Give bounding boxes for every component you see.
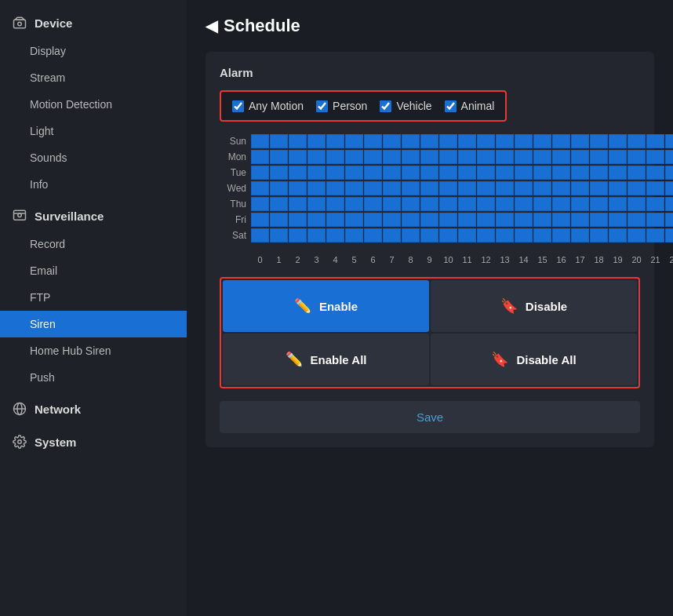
cell-tue-0[interactable] <box>251 166 269 180</box>
sidebar-item-record[interactable]: Record <box>0 231 187 257</box>
cell-tue-12[interactable] <box>477 166 495 180</box>
checkbox-animal[interactable]: Animal <box>445 100 495 112</box>
cell-tue-14[interactable] <box>515 166 533 180</box>
cell-sat-0[interactable] <box>251 228 269 242</box>
sidebar-item-siren[interactable]: Siren <box>0 311 187 337</box>
cell-wed-5[interactable] <box>345 181 363 195</box>
cell-tue-21[interactable] <box>646 166 664 180</box>
cell-sun-1[interactable] <box>270 134 288 148</box>
cell-tue-5[interactable] <box>345 166 363 180</box>
sidebar-item-stream[interactable]: Stream <box>0 64 187 91</box>
cell-wed-8[interactable] <box>402 181 420 195</box>
cell-thu-20[interactable] <box>628 197 646 211</box>
cell-mon-9[interactable] <box>420 150 438 164</box>
cell-sun-13[interactable] <box>496 134 514 148</box>
cell-tue-7[interactable] <box>383 166 401 180</box>
cell-fri-3[interactable] <box>307 213 326 227</box>
cell-sun-15[interactable] <box>533 134 551 148</box>
cell-mon-2[interactable] <box>289 150 307 164</box>
checkbox-animal-input[interactable] <box>445 100 457 112</box>
cell-mon-1[interactable] <box>270 150 288 164</box>
cell-fri-16[interactable] <box>552 213 570 227</box>
cell-tue-15[interactable] <box>533 166 551 180</box>
cell-wed-11[interactable] <box>458 181 476 195</box>
sidebar-item-info[interactable]: Info <box>0 171 187 198</box>
cell-tue-11[interactable] <box>458 166 476 180</box>
cell-mon-5[interactable] <box>345 150 363 164</box>
cell-sun-17[interactable] <box>571 134 589 148</box>
cell-thu-1[interactable] <box>270 197 288 211</box>
cell-sun-19[interactable] <box>609 134 627 148</box>
cell-fri-5[interactable] <box>345 213 363 227</box>
cell-fri-18[interactable] <box>590 213 608 227</box>
system-header[interactable]: System <box>0 427 187 457</box>
sidebar-item-motion-detection[interactable]: Motion Detection <box>0 91 187 118</box>
cell-mon-12[interactable] <box>477 150 495 164</box>
cell-thu-11[interactable] <box>458 197 476 211</box>
sidebar-item-home-hub-siren[interactable]: Home Hub Siren <box>0 337 187 364</box>
cell-mon-19[interactable] <box>609 150 627 164</box>
checkbox-vehicle-input[interactable] <box>380 100 391 112</box>
cell-fri-0[interactable] <box>251 213 269 227</box>
cell-tue-10[interactable] <box>439 166 457 180</box>
cell-mon-4[interactable] <box>326 150 344 164</box>
cell-tue-9[interactable] <box>420 166 438 180</box>
cell-sun-5[interactable] <box>345 134 363 148</box>
cell-sun-4[interactable] <box>326 134 344 148</box>
cell-wed-10[interactable] <box>439 181 457 195</box>
cell-sat-10[interactable] <box>439 228 457 242</box>
cell-sun-22[interactable] <box>665 134 673 148</box>
disable-all-button[interactable]: 🔖 Disable All <box>431 334 637 385</box>
cell-wed-4[interactable] <box>326 181 344 195</box>
checkbox-person-input[interactable] <box>316 100 328 112</box>
cell-thu-14[interactable] <box>515 197 533 211</box>
enable-button[interactable]: ✏️ Enable <box>223 280 429 332</box>
cell-wed-12[interactable] <box>477 181 495 195</box>
cell-thu-8[interactable] <box>402 197 420 211</box>
cell-fri-17[interactable] <box>571 213 589 227</box>
cell-thu-18[interactable] <box>590 197 608 211</box>
cell-mon-17[interactable] <box>571 150 589 164</box>
cell-tue-19[interactable] <box>609 166 627 180</box>
save-button[interactable]: Save <box>220 401 640 433</box>
cell-tue-22[interactable] <box>665 166 673 180</box>
cell-wed-20[interactable] <box>628 181 646 195</box>
cell-wed-19[interactable] <box>609 181 627 195</box>
cell-thu-4[interactable] <box>326 197 344 211</box>
cell-wed-13[interactable] <box>496 181 514 195</box>
cell-sun-20[interactable] <box>628 134 646 148</box>
cell-thu-21[interactable] <box>646 197 664 211</box>
cell-sun-21[interactable] <box>646 134 664 148</box>
cell-thu-3[interactable] <box>307 197 326 211</box>
cell-sun-10[interactable] <box>439 134 457 148</box>
cell-wed-16[interactable] <box>552 181 570 195</box>
cell-thu-13[interactable] <box>496 197 514 211</box>
cell-sat-16[interactable] <box>552 228 570 242</box>
cell-mon-14[interactable] <box>515 150 533 164</box>
cell-thu-12[interactable] <box>477 197 495 211</box>
cell-sat-13[interactable] <box>496 228 514 242</box>
cell-sat-11[interactable] <box>458 228 476 242</box>
cell-fri-12[interactable] <box>477 213 495 227</box>
cell-sun-11[interactable] <box>458 134 476 148</box>
cell-sun-7[interactable] <box>383 134 401 148</box>
cell-thu-2[interactable] <box>289 197 307 211</box>
cell-tue-13[interactable] <box>496 166 514 180</box>
cell-wed-7[interactable] <box>383 181 401 195</box>
cell-sat-18[interactable] <box>590 228 608 242</box>
network-header[interactable]: Network <box>0 394 187 424</box>
checkbox-vehicle[interactable]: Vehicle <box>380 100 431 112</box>
cell-thu-19[interactable] <box>609 197 627 211</box>
sidebar-item-ftp[interactable]: FTP <box>0 284 187 311</box>
cell-tue-2[interactable] <box>289 166 307 180</box>
cell-fri-14[interactable] <box>515 213 533 227</box>
cell-sat-8[interactable] <box>402 228 420 242</box>
cell-fri-6[interactable] <box>364 213 382 227</box>
cell-tue-4[interactable] <box>326 166 344 180</box>
cell-sun-12[interactable] <box>477 134 495 148</box>
cell-wed-0[interactable] <box>251 181 269 195</box>
cell-sat-4[interactable] <box>326 228 344 242</box>
disable-button[interactable]: 🔖 Disable <box>431 280 637 332</box>
cell-sun-6[interactable] <box>364 134 382 148</box>
cell-mon-22[interactable] <box>665 150 673 164</box>
